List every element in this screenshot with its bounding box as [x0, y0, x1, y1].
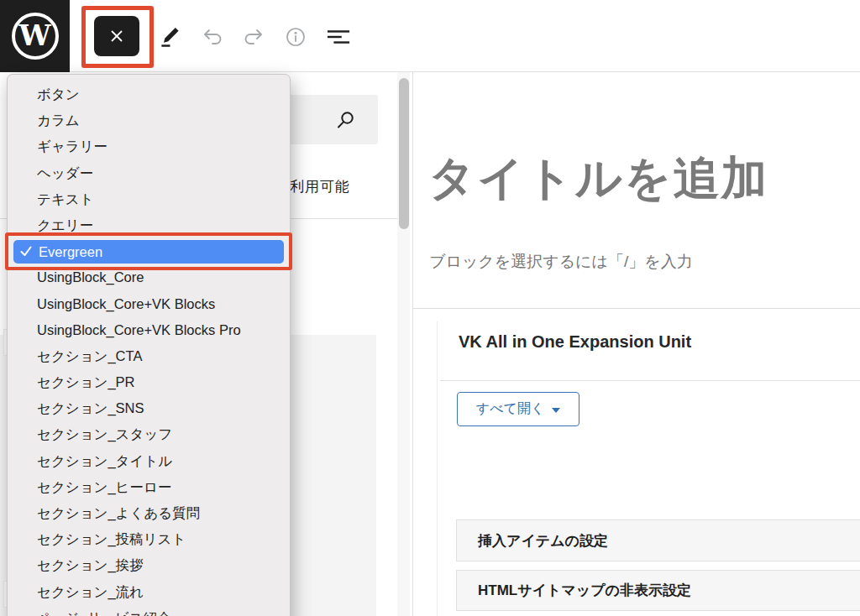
chevron-down-icon — [552, 408, 560, 413]
close-icon — [108, 27, 126, 45]
menu-item-section-greeting[interactable]: セクション_挨拶 — [8, 552, 290, 578]
menu-item-label: Evergreen — [39, 240, 102, 264]
block-category-dropdown: ボタン カラム ギャラリー ヘッダー テキスト クエリー Evergreen U… — [7, 74, 291, 616]
menu-item-evergreen[interactable]: Evergreen — [13, 240, 284, 264]
menu-item-usingblock-core-vk[interactable]: UsingBlock_Core+VK Blocks — [8, 291, 290, 317]
editor-top-bar: W — [0, 0, 860, 72]
menu-item-section-hero[interactable]: セクション_ヒーロー — [8, 474, 290, 500]
menu-item-button[interactable]: ボタン — [8, 81, 290, 107]
vk-panel-divider — [440, 380, 860, 381]
vk-expansion-panel: VK All in One Expansion Unit すべて開く 挿入アイテ… — [437, 321, 860, 616]
expand-all-label: すべて開く — [476, 400, 545, 418]
title-content-divider — [413, 308, 860, 309]
menu-item-text[interactable]: テキスト — [8, 186, 290, 212]
menu-item-gallery[interactable]: ギャラリー — [8, 133, 290, 159]
tab-reusable[interactable]: 利用可能 — [290, 177, 350, 196]
inserter-panel-border — [412, 72, 413, 616]
menu-item-section-cta[interactable]: セクション_CTA — [8, 343, 290, 369]
menu-item-usingblock-core-vk-pro[interactable]: UsingBlock_Core+VK Blocks Pro — [8, 317, 290, 343]
wordpress-logo-icon: W — [12, 13, 59, 60]
accordion-insert-item-settings[interactable]: 挿入アイテムの設定 — [456, 519, 860, 561]
details-button[interactable] — [284, 26, 307, 48]
menu-item-header[interactable]: ヘッダー — [8, 160, 290, 186]
info-icon — [285, 26, 307, 48]
list-view-icon — [327, 28, 350, 46]
expand-all-button[interactable]: すべて開く — [457, 392, 579, 426]
edit-tool-button[interactable] — [158, 26, 181, 48]
vk-panel-title: VK All in One Expansion Unit — [459, 332, 691, 352]
menu-item-usingblock-core[interactable]: UsingBlock_Core — [8, 264, 290, 290]
menu-item-section-flow[interactable]: セクション_流れ — [8, 579, 290, 605]
close-inserter-button[interactable] — [94, 16, 139, 56]
search-icon — [334, 109, 356, 131]
menu-item-page-service[interactable]: ページ_サービス紹介 — [8, 605, 290, 616]
post-title-placeholder[interactable]: タイトルを追加 — [428, 148, 768, 210]
redo-icon — [241, 27, 265, 47]
pencil-icon — [159, 26, 181, 49]
menu-item-section-post-list[interactable]: セクション_投稿リスト — [8, 526, 290, 552]
menu-item-section-staff[interactable]: セクション_スタッフ — [8, 421, 290, 447]
menu-item-section-pr[interactable]: セクション_PR — [8, 369, 290, 395]
menu-item-section-sns[interactable]: セクション_SNS — [8, 395, 290, 421]
inserter-scrollbar-thumb[interactable] — [399, 78, 409, 229]
wordpress-editor-screen: 利用可能 タイトルを追加 ブロックを選択するには「/」を入力 VK All in… — [0, 0, 860, 616]
check-icon — [20, 246, 32, 257]
redo-button[interactable] — [241, 26, 265, 48]
wordpress-logo[interactable]: W — [0, 0, 70, 72]
undo-icon — [202, 27, 225, 47]
list-view-button[interactable] — [327, 26, 350, 48]
menu-item-query[interactable]: クエリー — [8, 212, 290, 238]
accordion-html-sitemap[interactable]: HTMLサイトマップの非表示設定 — [456, 570, 860, 611]
menu-item-section-faq[interactable]: セクション_よくある質問 — [8, 500, 290, 526]
undo-button[interactable] — [202, 26, 225, 48]
block-appender-hint[interactable]: ブロックを選択するには「/」を入力 — [429, 251, 693, 273]
menu-item-column[interactable]: カラム — [8, 107, 290, 133]
editor-canvas: タイトルを追加 ブロックを選択するには「/」を入力 VK All in One … — [413, 72, 860, 616]
menu-item-section-title[interactable]: セクション_タイトル — [8, 448, 290, 474]
